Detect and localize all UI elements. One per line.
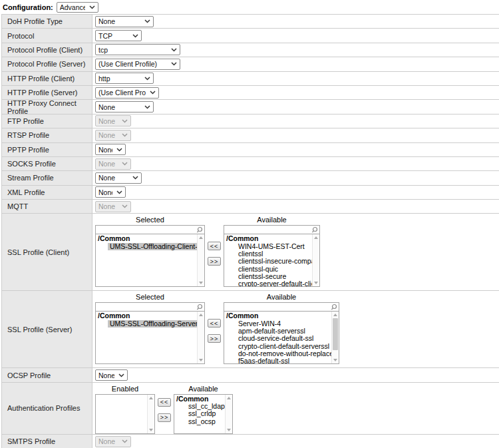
move-right-button[interactable]: >>: [208, 257, 221, 266]
auth-enabled-listbox[interactable]: [95, 394, 155, 434]
ftp-profile-select: None: [95, 115, 131, 126]
protocol-select[interactable]: TCP: [95, 30, 142, 41]
available-header: Available: [224, 216, 320, 225]
list-item[interactable]: clientssl-secure: [224, 273, 312, 280]
smtps-profile-select: None: [95, 436, 131, 447]
chevron-down-icon: [122, 204, 128, 208]
ssl-server-selected-filter-input[interactable]: [95, 302, 205, 312]
chevron-down-icon: [132, 176, 138, 180]
row-http-proxy-connect-profile: HTTP Proxy Connect Profile None: [2, 100, 499, 114]
list-item[interactable]: clientssl-quic: [224, 266, 312, 273]
list-item[interactable]: apm-default-serverssl: [224, 328, 331, 335]
pptp-profile-select[interactable]: None: [95, 144, 126, 155]
scrollbar[interactable]: [197, 312, 204, 363]
scrollbar[interactable]: [331, 312, 339, 363]
ssl-client-available-listbox[interactable]: /CommonWIN4-UMS-EST-Certclientsslclients…: [224, 234, 320, 287]
row-socks-profile: SOCKS Profile None: [2, 157, 499, 171]
chevron-down-icon: [171, 48, 177, 52]
move-left-button[interactable]: <<: [208, 319, 221, 328]
list-item[interactable]: /Common: [96, 312, 197, 320]
scroll-up-icon[interactable]: [333, 314, 337, 316]
list-item[interactable]: /Common: [96, 235, 197, 242]
configuration-label: Configuration:: [3, 3, 53, 11]
chevron-down-icon: [116, 190, 122, 194]
list-item[interactable]: cloud-service-default-ssl: [224, 335, 331, 342]
ssl-server-selected-listbox[interactable]: /CommonUMS-SSL-Offloading-Server-Profile: [95, 311, 205, 364]
list-item[interactable]: /Common: [224, 312, 331, 320]
scrollbar[interactable]: [225, 395, 232, 433]
list-item[interactable]: ssl_ocsp: [174, 418, 225, 425]
available-header: Available: [224, 293, 339, 302]
rtsp-profile-select: None: [95, 130, 131, 141]
list-item[interactable]: UMS-SSL-Offloading-Client-Profile: [108, 243, 197, 250]
list-item[interactable]: clientssl-insecure-compatible: [224, 258, 312, 265]
scrollbar[interactable]: [197, 234, 204, 286]
ssl-client-selected-listbox[interactable]: /CommonUMS-SSL-Offloading-Client-Profile: [95, 234, 205, 287]
ocsp-profile-select[interactable]: None: [95, 369, 128, 381]
scroll-up-icon[interactable]: [314, 236, 318, 239]
ssl-client-available-filter-input[interactable]: [224, 225, 320, 234]
row-label: Stream Profile: [7, 174, 54, 182]
list-item[interactable]: clientssl: [224, 250, 312, 258]
auth-available-listbox[interactable]: /Commonssl_cc_ldapssl_crldpssl_ocsp: [174, 394, 233, 434]
list-item[interactable]: crypto-server-default-clientssl: [224, 280, 312, 286]
ssl-server-available-filter-input[interactable]: [224, 302, 339, 312]
row-smtps-profile: SMTPS Profile None: [2, 435, 499, 448]
row-doh-profile-type: DoH Profile Type None: [2, 15, 499, 29]
list-item[interactable]: do-not-remove-without-replacement: [224, 350, 331, 357]
scroll-up-icon[interactable]: [199, 314, 203, 316]
move-left-button[interactable]: <<: [158, 398, 171, 407]
scrollbar[interactable]: [312, 234, 319, 286]
search-icon: [196, 226, 203, 233]
stream-profile-select[interactable]: None: [95, 172, 142, 184]
chevron-down-icon: [122, 439, 128, 443]
scrollbar[interactable]: [147, 395, 154, 433]
row-ssl-profile-server: SSL Profile (Server) Selected /CommonUMS…: [2, 291, 499, 368]
configuration-select-value: Advanced: [60, 3, 85, 11]
move-right-button[interactable]: >>: [208, 334, 221, 343]
ssl-server-available-listbox[interactable]: /CommonServer-WIN-4apm-default-serverssl…: [224, 311, 339, 364]
scroll-down-icon[interactable]: [314, 282, 318, 284]
row-label: HTTP Profile (Client): [7, 75, 75, 83]
http-proxy-connect-profile-select[interactable]: None: [95, 101, 154, 112]
scroll-thumb[interactable]: [333, 318, 338, 350]
list-item[interactable]: ssl_cc_ldap: [174, 403, 225, 410]
scroll-up-icon[interactable]: [227, 397, 231, 399]
http-profile-client-select[interactable]: http: [95, 73, 154, 84]
configuration-select[interactable]: Advanced: [57, 2, 98, 13]
row-protocol-profile-client: Protocol Profile (Client) tcp: [2, 43, 499, 57]
list-item[interactable]: ssl_crldp: [174, 410, 225, 417]
scroll-up-icon[interactable]: [199, 236, 203, 239]
list-item[interactable]: Server-WIN-4: [224, 320, 331, 328]
list-item[interactable]: UMS-SSL-Offloading-Server-Profile: [108, 320, 197, 328]
doh-profile-type-select[interactable]: None: [95, 16, 154, 27]
row-label: Protocol Profile (Server): [7, 60, 85, 68]
list-item[interactable]: /Common: [224, 235, 312, 242]
scroll-down-icon[interactable]: [227, 429, 231, 431]
list-item[interactable]: /Common: [174, 395, 225, 403]
protocol-profile-server-select[interactable]: (Use Client Profile): [95, 59, 180, 70]
selected-header: Selected: [95, 216, 205, 225]
scroll-down-icon[interactable]: [333, 359, 337, 361]
list-item[interactable]: WIN4-UMS-EST-Cert: [224, 243, 312, 250]
scroll-down-icon[interactable]: [149, 429, 153, 431]
chevron-down-icon: [144, 105, 150, 109]
row-rtsp-profile: RTSP Profile None: [2, 128, 499, 142]
row-label: XML Profile: [7, 188, 45, 196]
protocol-profile-client-select[interactable]: tcp: [95, 44, 180, 55]
list-item[interactable]: crypto-client-default-serverssl: [224, 343, 331, 350]
ssl-client-selected-filter-input[interactable]: [95, 225, 205, 234]
row-protocol: Protocol TCP: [2, 29, 499, 43]
scroll-down-icon[interactable]: [199, 359, 203, 361]
xml-profile-select[interactable]: None: [95, 186, 126, 198]
http-profile-server-select[interactable]: (Use Client Profile): [95, 87, 159, 99]
row-ftp-profile: FTP Profile None: [2, 114, 499, 128]
move-right-button[interactable]: >>: [158, 413, 171, 422]
list-item[interactable]: f5aas-default-ssl: [224, 357, 331, 363]
move-left-button[interactable]: <<: [208, 242, 221, 250]
available-header: Available: [174, 385, 233, 394]
scroll-up-icon[interactable]: [149, 397, 153, 399]
scroll-down-icon[interactable]: [199, 282, 203, 284]
chevron-down-icon: [144, 77, 150, 81]
enabled-header: Enabled: [95, 385, 155, 394]
